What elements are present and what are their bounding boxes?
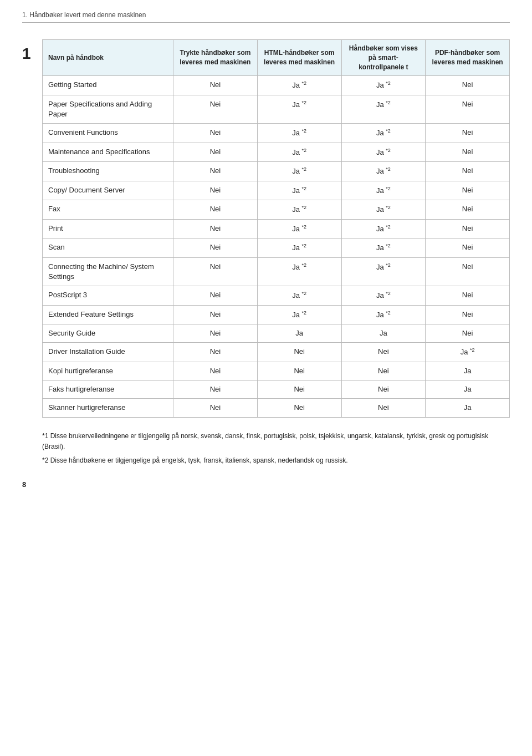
- table-row: Security GuideNeiJaJaNei: [43, 324, 510, 343]
- row-trykte: Nei: [173, 181, 258, 200]
- row-html: Ja *2: [257, 219, 341, 239]
- row-html: Nei: [257, 380, 341, 399]
- table-header: Navn på håndbok Trykte håndbøker som lev…: [43, 40, 510, 76]
- row-pdf: Nei: [426, 324, 510, 343]
- header-text: 1. Håndbøker levert med denne maskinen: [22, 11, 146, 19]
- table-body: Getting StartedNeiJa *2Ja *2NeiPaper Spe…: [43, 76, 510, 417]
- row-pdf: Ja *2: [426, 343, 510, 362]
- page-header: 1. Håndbøker levert med denne maskinen: [22, 11, 510, 23]
- row-html: Ja *2: [257, 95, 341, 123]
- row-pdf: Nei: [426, 181, 510, 200]
- row-name: Troubleshooting: [43, 162, 173, 181]
- row-pdf: Ja: [426, 362, 510, 380]
- row-pdf: Nei: [426, 200, 510, 220]
- row-name: Kopi hurtigreferanse: [43, 362, 173, 380]
- handbooks-table: Navn på håndbok Trykte håndbøker som lev…: [42, 39, 510, 418]
- row-trykte: Nei: [173, 219, 258, 239]
- row-html: Ja *2: [257, 200, 341, 220]
- table-row: Kopi hurtigreferanseNeiNeiNeiJa: [43, 362, 510, 380]
- table-row: PrintNeiJa *2Ja *2Nei: [43, 219, 510, 239]
- row-smart: Ja *2: [341, 305, 426, 324]
- col-name: Navn på håndbok: [43, 40, 173, 76]
- table-row: Faks hurtigreferanseNeiNeiNeiJa: [43, 380, 510, 399]
- row-html: Ja *2: [257, 162, 341, 181]
- row-trykte: Nei: [173, 124, 258, 143]
- row-smart: Ja *2: [341, 95, 426, 123]
- table-row: TroubleshootingNeiJa *2Ja *2Nei: [43, 162, 510, 181]
- row-trykte: Nei: [173, 305, 258, 324]
- footnote-2: *2 Disse håndbøkene er tilgjengelige på …: [42, 455, 510, 466]
- row-pdf: Nei: [426, 305, 510, 324]
- row-html: Ja *2: [257, 181, 341, 200]
- page-layout: 1 Navn på håndbok Trykte håndbøker som l…: [22, 39, 510, 469]
- row-name: Print: [43, 219, 173, 239]
- table-row: PostScript 3NeiJa *2Ja *2Nei: [43, 286, 510, 306]
- row-name: Faks hurtigreferanse: [43, 380, 173, 399]
- row-name: Skanner hurtigreferanse: [43, 399, 173, 417]
- row-name: Extended Feature Settings: [43, 305, 173, 324]
- table-row: Connecting the Machine/ System SettingsN…: [43, 257, 510, 286]
- row-smart: Ja *2: [341, 219, 426, 239]
- header-row: Navn på håndbok Trykte håndbøker som lev…: [43, 40, 510, 76]
- row-trykte: Nei: [173, 76, 258, 95]
- row-smart: Nei: [341, 362, 426, 380]
- row-pdf: Nei: [426, 286, 510, 306]
- row-name: Paper Specifications and Adding Paper: [43, 95, 173, 123]
- col-trykte: Trykte håndbøker som leveres med maskine…: [173, 40, 258, 76]
- row-html: Nei: [257, 362, 341, 380]
- row-html: Ja *2: [257, 143, 341, 162]
- row-html: Ja *2: [257, 286, 341, 306]
- row-smart: Ja *2: [341, 200, 426, 220]
- row-trykte: Nei: [173, 399, 258, 417]
- row-name: Copy/ Document Server: [43, 181, 173, 200]
- row-pdf: Nei: [426, 219, 510, 239]
- row-trykte: Nei: [173, 380, 258, 399]
- row-name: Connecting the Machine/ System Settings: [43, 257, 173, 286]
- row-html: Ja *2: [257, 239, 341, 258]
- row-name: Driver Installation Guide: [43, 343, 173, 362]
- row-name: Scan: [43, 239, 173, 258]
- row-name: Getting Started: [43, 76, 173, 95]
- row-smart: Nei: [341, 343, 426, 362]
- row-smart: Ja *2: [341, 143, 426, 162]
- footnote-1: *1 Disse brukerveiledningene er tilgjeng…: [42, 431, 510, 452]
- row-smart: Nei: [341, 399, 426, 417]
- row-trykte: Nei: [173, 343, 258, 362]
- table-row: Skanner hurtigreferanseNeiNeiNeiJa: [43, 399, 510, 417]
- row-trykte: Nei: [173, 143, 258, 162]
- table-row: Maintenance and SpecificationsNeiJa *2Ja…: [43, 143, 510, 162]
- table-row: Convenient FunctionsNeiJa *2Ja *2Nei: [43, 124, 510, 143]
- row-pdf: Nei: [426, 76, 510, 95]
- row-pdf: Nei: [426, 95, 510, 123]
- row-pdf: Ja: [426, 399, 510, 417]
- row-html: Ja *2: [257, 76, 341, 95]
- row-trykte: Nei: [173, 362, 258, 380]
- row-trykte: Nei: [173, 162, 258, 181]
- row-smart: Ja *2: [341, 181, 426, 200]
- row-trykte: Nei: [173, 239, 258, 258]
- row-pdf: Ja: [426, 380, 510, 399]
- row-trykte: Nei: [173, 95, 258, 123]
- row-smart: Ja *2: [341, 286, 426, 306]
- row-name: Security Guide: [43, 324, 173, 343]
- chapter-number: 1: [22, 39, 42, 469]
- row-trykte: Nei: [173, 200, 258, 220]
- row-html: Ja *2: [257, 257, 341, 286]
- row-pdf: Nei: [426, 239, 510, 258]
- row-smart: Nei: [341, 380, 426, 399]
- table-row: Getting StartedNeiJa *2Ja *2Nei: [43, 76, 510, 95]
- table-row: Copy/ Document ServerNeiJa *2Ja *2Nei: [43, 181, 510, 200]
- row-trykte: Nei: [173, 286, 258, 306]
- row-html: Ja *2: [257, 124, 341, 143]
- row-name: Fax: [43, 200, 173, 220]
- row-name: Convenient Functions: [43, 124, 173, 143]
- row-html: Nei: [257, 343, 341, 362]
- row-smart: Ja *2: [341, 257, 426, 286]
- col-html: HTML-håndbøker som leveres med maskinen: [257, 40, 341, 76]
- main-content: Navn på håndbok Trykte håndbøker som lev…: [42, 39, 510, 469]
- row-pdf: Nei: [426, 257, 510, 286]
- row-smart: Ja *2: [341, 124, 426, 143]
- row-html: Ja: [257, 324, 341, 343]
- row-smart: Ja *2: [341, 239, 426, 258]
- row-trykte: Nei: [173, 324, 258, 343]
